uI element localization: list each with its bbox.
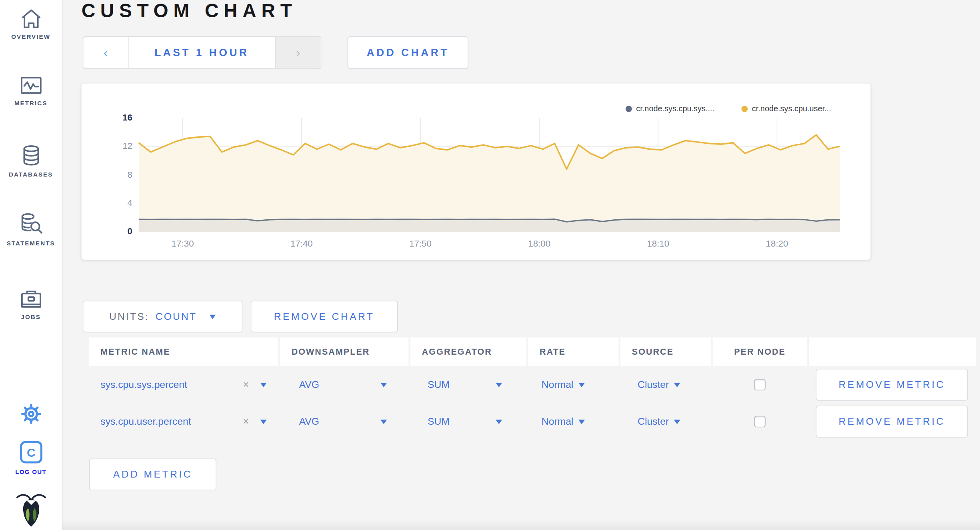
x-axis-tick: 18:10 (639, 238, 677, 248)
home-icon (19, 8, 43, 29)
add-chart-button[interactable]: ADD CHART (348, 36, 468, 69)
units-dropdown[interactable]: UNITS: COUNT (83, 301, 242, 333)
col-header-downsampler: DOWNSAMPLER (280, 337, 408, 366)
col-header-per-node: PER NODE (713, 337, 807, 366)
source-select[interactable]: Cluster (620, 379, 711, 391)
series-user-area (139, 135, 840, 232)
bottom-shadow (62, 520, 980, 530)
legend-label: cr.node.sys.cpu.sys.... (636, 104, 714, 113)
sidebar-item-label: OVERVIEW (11, 33, 50, 40)
chart-panel: 17:3017:4017:5018:0018:1018:200481216 cr… (82, 83, 871, 260)
legend-item-sys[interactable]: cr.node.sys.cpu.sys.... (625, 104, 714, 113)
remove-metric-button[interactable]: REMOVE METRIC (816, 369, 968, 401)
metrics-table: METRIC NAME DOWNSAMPLER AGGREGATOR RATE … (89, 337, 976, 440)
sidebar-item-label: STATEMENTS (7, 239, 55, 247)
chevron-down-icon (380, 382, 387, 387)
cockroach-c-icon: C (18, 440, 44, 465)
custom-chart-page: OVERVIEW METRICS DATABASES (0, 0, 980, 530)
downsampler-select[interactable]: AVG (280, 416, 408, 428)
page-title: CUSTOM CHART (82, 0, 297, 22)
cockroach-logo (16, 492, 46, 527)
y-axis-tick: 16 (100, 112, 132, 122)
chevron-down-icon (496, 420, 502, 424)
downsampler-select[interactable]: AVG (280, 379, 408, 391)
aggregator-select[interactable]: SUM (410, 416, 526, 428)
metric-name-value: sys.cpu.user.percent (89, 416, 191, 428)
source-select[interactable]: Cluster (620, 416, 711, 428)
legend-label: cr.node.sys.cpu.user... (752, 104, 831, 113)
remove-metric-button[interactable]: REMOVE METRIC (816, 406, 968, 438)
logout-label: LOG OUT (15, 468, 46, 475)
units-label: UNITS: (109, 311, 149, 322)
jobs-icon (19, 288, 43, 309)
sidebar-logo (0, 492, 62, 527)
metric-name-value: sys.cpu.sys.percent (89, 379, 187, 391)
x-axis-tick: 18:20 (758, 238, 796, 248)
x-axis-tick: 17:40 (282, 238, 320, 248)
y-axis-tick: 8 (100, 169, 132, 179)
series-sys-area (139, 219, 840, 232)
sidebar-logout[interactable]: C LOG OUT (0, 440, 62, 475)
col-header-metric-name: METRIC NAME (89, 337, 278, 366)
time-range-dropdown[interactable]: LAST 1 HOUR (128, 37, 275, 68)
statements-icon (18, 211, 44, 235)
remove-chart-button[interactable]: REMOVE CHART (251, 301, 398, 333)
x-axis-tick: 17:30 (164, 238, 202, 248)
time-prev-button[interactable]: ‹ (83, 37, 128, 68)
sidebar: OVERVIEW METRICS DATABASES (0, 0, 62, 530)
sidebar-item-overview[interactable]: OVERVIEW (0, 8, 62, 40)
legend-dot-sys (625, 106, 632, 112)
time-range-picker: ‹ LAST 1 HOUR › (83, 36, 322, 69)
chevron-down-icon (380, 420, 387, 424)
col-header-aggregator: AGGREGATOR (410, 337, 526, 366)
col-header-rate: RATE (528, 337, 618, 366)
rate-select[interactable]: Normal (528, 379, 618, 391)
svg-text:C: C (26, 446, 35, 459)
col-header-source: SOURCE (620, 337, 711, 366)
y-axis-tick: 12 (100, 141, 132, 151)
col-header-actions (809, 337, 976, 366)
legend-dot-user (741, 106, 748, 112)
sidebar-item-statements[interactable]: STATEMENTS (0, 211, 62, 247)
chevron-down-icon (578, 420, 585, 424)
per-node-checkbox[interactable] (754, 416, 766, 428)
sidebar-item-jobs[interactable]: JOBS (0, 288, 62, 320)
sidebar-settings[interactable] (0, 401, 62, 427)
chart-legend: cr.node.sys.cpu.sys.... cr.node.sys.cpu.… (625, 104, 831, 113)
clear-metric-icon[interactable]: × (243, 379, 249, 391)
table-row: sys.cpu.user.percent × AVG SUM Normal Cl… (89, 403, 976, 440)
chevron-left-icon: ‹ (104, 45, 108, 60)
chevron-down-icon[interactable] (260, 382, 267, 387)
chevron-down-icon (674, 420, 680, 424)
sidebar-item-databases[interactable]: DATABASES (0, 144, 62, 178)
table-header-row: METRIC NAME DOWNSAMPLER AGGREGATOR RATE … (89, 337, 976, 366)
legend-item-user[interactable]: cr.node.sys.cpu.user... (741, 104, 831, 113)
sidebar-item-label: METRICS (14, 99, 48, 106)
table-row: sys.cpu.sys.percent × AVG SUM Normal Clu… (89, 366, 976, 403)
chevron-down-icon (578, 382, 585, 387)
y-axis-tick: 4 (100, 198, 132, 208)
x-axis-tick: 17:50 (401, 238, 439, 248)
per-node-checkbox[interactable] (754, 379, 766, 391)
sidebar-item-label: DATABASES (9, 171, 53, 178)
sidebar-item-metrics[interactable]: METRICS (0, 75, 62, 106)
aggregator-select[interactable]: SUM (410, 379, 526, 391)
add-metric-button[interactable]: ADD METRIC (89, 458, 216, 490)
gear-icon (18, 401, 44, 427)
chevron-down-icon[interactable] (260, 420, 267, 424)
metrics-icon (19, 75, 43, 96)
rate-select[interactable]: Normal (528, 416, 618, 428)
units-value: COUNT (156, 311, 197, 322)
x-axis-tick: 18:00 (520, 238, 558, 248)
database-icon (20, 144, 42, 167)
chevron-down-icon (674, 382, 680, 387)
clear-metric-icon[interactable]: × (243, 416, 249, 428)
chevron-right-icon: › (296, 45, 300, 60)
y-axis-tick: 0 (100, 226, 132, 236)
chevron-down-icon (496, 382, 502, 387)
chevron-down-icon (210, 314, 216, 319)
sidebar-item-label: JOBS (21, 313, 40, 321)
time-next-button[interactable]: › (275, 37, 321, 68)
